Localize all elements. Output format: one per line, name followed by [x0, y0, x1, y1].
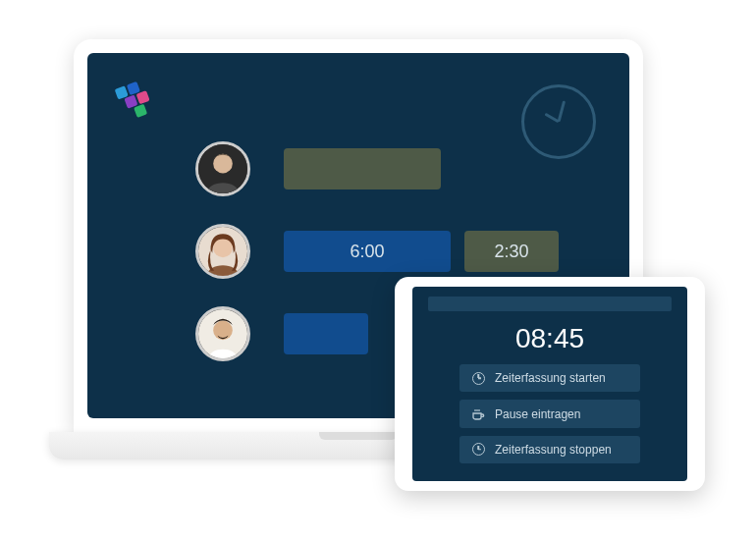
pause-button[interactable]: Pause eintragen: [459, 400, 640, 427]
time-bar: 6:00: [284, 231, 451, 272]
tablet-app: 08:45 Zeiterfassung starten Pause eintra…: [412, 287, 687, 481]
bar-group: [284, 148, 441, 189]
avatar: [195, 141, 250, 196]
clock-icon: [471, 371, 485, 385]
time-bar: 2:30: [464, 231, 559, 272]
svg-rect-0: [115, 85, 129, 99]
avatar: [195, 224, 250, 279]
stop-tracking-button[interactable]: Zeiterfassung stoppen: [459, 436, 640, 463]
app-logo: [113, 75, 160, 122]
coffee-icon: [471, 407, 485, 421]
svg-rect-2: [124, 95, 137, 109]
laptop-notch: [319, 432, 398, 440]
svg-point-10: [213, 321, 233, 341]
avatar: [195, 306, 250, 361]
timeline-row: [195, 141, 600, 196]
bar-group: 6:00 2:30: [284, 231, 559, 272]
button-label: Zeiterfassung starten: [495, 371, 606, 385]
start-tracking-button[interactable]: Zeiterfassung starten: [459, 364, 640, 392]
svg-rect-4: [134, 104, 147, 118]
bar-group: [284, 313, 368, 354]
svg-rect-3: [136, 90, 150, 104]
svg-point-6: [213, 154, 233, 174]
time-bar: [284, 148, 441, 189]
clock-icon: [471, 443, 485, 457]
time-bar: [284, 313, 368, 354]
current-time: 08:45: [515, 323, 584, 354]
button-label: Zeiterfassung stoppen: [495, 443, 612, 457]
timeline-row: 6:00 2:30: [195, 224, 600, 279]
tablet-top-field[interactable]: [428, 297, 672, 311]
tablet-device: 08:45 Zeiterfassung starten Pause eintra…: [395, 277, 705, 491]
svg-rect-1: [127, 81, 140, 95]
button-label: Pause eintragen: [495, 407, 580, 421]
